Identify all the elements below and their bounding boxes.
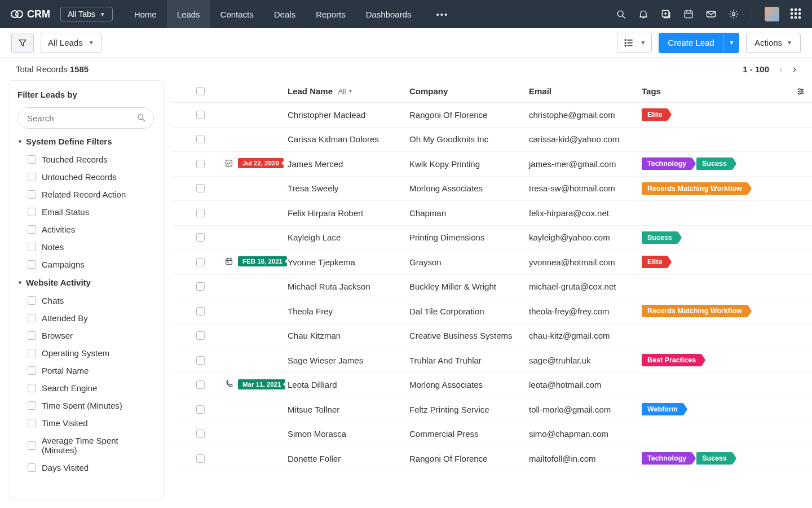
row-checkbox[interactable]	[196, 331, 205, 340]
add-icon[interactable]	[660, 8, 672, 20]
filter-item[interactable]: Average Time Spent (Minutes)	[17, 432, 154, 459]
table-row[interactable]: Christopher MacleadRangoni Of Florencech…	[171, 103, 812, 128]
checkbox[interactable]	[28, 419, 36, 427]
filter-item[interactable]: Attended By	[17, 309, 154, 327]
page-prev-button[interactable]: ‹	[779, 63, 783, 75]
avatar[interactable]	[765, 7, 779, 21]
bell-icon[interactable]	[638, 8, 649, 20]
table-row[interactable]: Simon MorascaCommercial Presssimo@chapma…	[171, 422, 812, 447]
calendar-icon[interactable]	[683, 8, 694, 20]
checkbox[interactable]	[28, 208, 36, 216]
select-all-checkbox[interactable]	[196, 87, 205, 95]
table-row[interactable]: Tresa SweelyMorlong Associatestresa-sw@h…	[171, 177, 812, 202]
chevron-down-icon: ▼	[787, 40, 792, 46]
table-row[interactable]: Mar 11, 2021Leota DilliardMorlong Associ…	[171, 373, 812, 398]
checkbox[interactable]	[28, 173, 36, 181]
checkbox[interactable]	[28, 401, 36, 410]
checkbox[interactable]	[28, 314, 36, 322]
column-header-company[interactable]: Company	[409, 86, 448, 96]
nav-item-leads[interactable]: Leads	[167, 0, 210, 28]
table-row[interactable]: Jul 22, 2020James MercedKwik Kopy Printi…	[171, 152, 812, 177]
checkbox[interactable]	[28, 384, 36, 392]
row-checkbox[interactable]	[196, 430, 205, 438]
nav-item-contacts[interactable]: Contacts	[210, 0, 264, 28]
filter-item[interactable]: Days Visited	[17, 459, 154, 476]
filter-item[interactable]: Time Spent (Minutes)	[17, 397, 154, 414]
table-row[interactable]: FEB 18, 2021Yvonne TjepkemaGraysonyvonne…	[171, 250, 812, 275]
page-next-button[interactable]: ›	[793, 63, 796, 75]
table-row[interactable]: Theola FreyDal Tile Corporationtheola-fr…	[171, 299, 812, 324]
filter-item[interactable]: Notes	[17, 238, 154, 256]
filter-toggle-button[interactable]	[11, 33, 34, 53]
list-view-button[interactable]: ▼	[617, 33, 652, 53]
filter-group-title[interactable]: System Define Filters	[17, 137, 154, 146]
checkbox[interactable]	[28, 225, 36, 234]
table-row[interactable]: Carissa Kidman DoloresOh My Goodknits In…	[171, 128, 812, 152]
row-checkbox[interactable]	[196, 282, 205, 291]
row-checkbox[interactable]	[196, 307, 205, 316]
row-checkbox[interactable]	[196, 135, 205, 143]
filter-item[interactable]: Chats	[17, 292, 154, 309]
checkbox[interactable]	[28, 243, 36, 251]
filter-group-title[interactable]: Website Activity	[17, 278, 154, 287]
table-row[interactable]: Mitsue TollnerFeltz Printing Servicetoll…	[171, 397, 812, 422]
row-checkbox[interactable]	[196, 233, 205, 242]
mail-icon[interactable]	[705, 8, 717, 20]
row-checkbox[interactable]	[196, 405, 205, 414]
column-header-email[interactable]: Email	[529, 86, 551, 96]
create-lead-button[interactable]: Create Lead	[659, 33, 723, 53]
all-tabs-dropdown[interactable]: All Tabs ▼	[60, 7, 113, 21]
table-row[interactable]: Felix Hirpara RobertChapmanfelix-hirpara…	[171, 201, 812, 226]
table-row[interactable]: Donette FollerRangoni Of Florencemailtof…	[171, 446, 812, 471]
nav-item-deals[interactable]: Deals	[264, 0, 306, 28]
checkbox[interactable]	[28, 296, 36, 305]
nav-more-icon[interactable]: •••	[429, 0, 457, 28]
filter-search-input[interactable]	[17, 107, 154, 129]
checkbox[interactable]	[28, 331, 36, 340]
filter-item[interactable]: Time Visited	[17, 414, 154, 432]
table-row[interactable]: Chau KitzmanCreative Business Systemscha…	[171, 324, 812, 349]
checkbox[interactable]	[28, 155, 36, 164]
filter-item[interactable]: Search Engine	[17, 379, 154, 397]
table-row[interactable]: Michael Ruta JacksonBuckley Miller & Wri…	[171, 275, 812, 300]
table-row[interactable]: Kayleigh LacePrinting Dimensionskayleigh…	[171, 226, 812, 251]
filter-item[interactable]: Touched Records	[17, 151, 154, 168]
gear-icon[interactable]	[728, 8, 739, 20]
checkbox[interactable]	[28, 463, 36, 472]
svg-rect-10	[685, 11, 692, 18]
row-checkbox[interactable]	[196, 111, 205, 119]
row-checkbox[interactable]	[196, 184, 205, 192]
nav-item-dashboards[interactable]: Dashboards	[356, 0, 422, 28]
checkbox[interactable]	[28, 349, 36, 357]
filter-item[interactable]: Related Record Action	[17, 186, 154, 203]
row-checkbox[interactable]	[196, 258, 205, 266]
search-icon[interactable]	[615, 8, 626, 20]
apps-grid-icon[interactable]	[791, 8, 802, 20]
filter-item[interactable]: Email Status	[17, 203, 154, 221]
filter-item[interactable]: Browser	[17, 327, 154, 344]
create-lead-dropdown-button[interactable]: ▼	[723, 33, 739, 53]
filter-item[interactable]: Campaigns	[17, 256, 154, 273]
filter-item[interactable]: Portal Name	[17, 362, 154, 379]
column-settings-button[interactable]	[789, 86, 812, 97]
row-checkbox[interactable]	[196, 454, 205, 463]
nav-item-reports[interactable]: Reports	[306, 0, 356, 28]
filter-item[interactable]: Activities	[17, 221, 154, 238]
checkbox[interactable]	[28, 260, 36, 269]
filter-item[interactable]: Operating System	[17, 344, 154, 362]
row-checkbox[interactable]	[196, 160, 205, 168]
nav-item-home[interactable]: Home	[124, 0, 167, 28]
actions-button[interactable]: Actions ▼	[746, 33, 801, 53]
row-checkbox[interactable]	[196, 380, 205, 389]
checkbox[interactable]	[28, 366, 36, 375]
filter-item[interactable]: Untouched Records	[17, 168, 154, 186]
checkbox[interactable]	[28, 441, 36, 450]
name-filter-dropdown[interactable]: All▼	[338, 87, 352, 95]
checkbox[interactable]	[28, 190, 36, 199]
table-row[interactable]: Sage Wieser JamesTruhlar And Truhlarsage…	[171, 348, 812, 373]
column-header-name[interactable]: Lead Name	[288, 86, 333, 96]
row-checkbox[interactable]	[196, 356, 205, 365]
row-checkbox[interactable]	[196, 209, 205, 217]
column-header-tags[interactable]: Tags	[642, 86, 661, 96]
view-selector-dropdown[interactable]: All Leads ▼	[41, 33, 102, 53]
